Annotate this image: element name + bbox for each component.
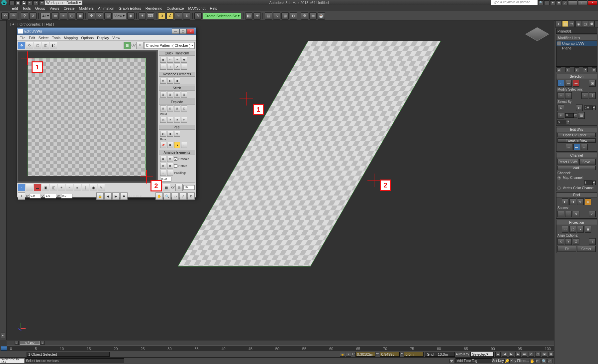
uvw-zoom-icon[interactable]: 🔍 <box>163 192 171 200</box>
fit-button[interactable]: Fit <box>557 246 576 252</box>
grow-sel-icon[interactable]: ＋ <box>557 92 564 99</box>
weld-sel-icon[interactable]: ✶ <box>167 117 173 123</box>
stitch-2-icon[interactable]: ▥ <box>167 92 173 98</box>
time-config-icon[interactable]: ⏱ <box>529 352 534 357</box>
stack-plane[interactable]: Plane <box>556 46 597 50</box>
schematic-view-icon[interactable]: ▦ <box>281 12 289 20</box>
uvw-menu-select[interactable]: Select <box>37 36 50 40</box>
z-coord[interactable]: 0.0m <box>404 352 424 357</box>
cmd-peel-reset-icon[interactable]: ↺ <box>577 198 584 205</box>
uvw-menu-tools[interactable]: Tools <box>50 36 62 40</box>
cmd-peel-mode-icon[interactable]: ◑ <box>569 198 576 205</box>
maxscript-mini-listener[interactable]: Welcome to MA <box>0 358 25 363</box>
sel-element-icon[interactable]: ▣ <box>589 80 596 87</box>
smgroup-icon[interactable]: ▦ <box>578 112 585 119</box>
menu-animation[interactable]: Animation <box>96 6 116 10</box>
uvw-menu-options[interactable]: Options <box>80 36 95 40</box>
proj-box-icon[interactable]: ▣ <box>585 226 591 233</box>
viewport-label[interactable]: [ + ] [ Orthographic ] [ Flat ] <box>10 22 54 26</box>
viewcube[interactable] <box>527 24 547 44</box>
align-z-button[interactable]: Z <box>573 238 579 245</box>
edit-uvws-window[interactable]: Edit UVWs — ▢ ✕ File Edit Select Tools M… <box>17 27 196 198</box>
weld-target-icon[interactable]: ◎ <box>160 117 166 123</box>
uvw-element-mode-icon[interactable]: ▣ <box>42 184 49 191</box>
orbit-view-icon[interactable]: ⟳ <box>536 359 541 363</box>
menu-modifiers[interactable]: Modifiers <box>77 6 95 10</box>
stitch-1-icon[interactable]: ▥ <box>160 92 166 98</box>
x-coord[interactable]: 0.30102m <box>355 352 375 357</box>
object-name-field[interactable]: Plane001 <box>556 29 597 34</box>
uvw-minimize-button[interactable]: — <box>172 29 179 34</box>
qt-align-h-icon[interactable]: ↔ <box>160 64 166 70</box>
exchange-icon[interactable]: ✦ <box>550 0 555 5</box>
help-search-input[interactable]: Type a keyword or phrase <box>491 0 538 5</box>
redo-icon[interactable]: ↷ <box>33 0 39 5</box>
ignore-backfacing-icon[interactable]: ◐ <box>576 105 583 111</box>
viewport-all-icon[interactable]: ▦ <box>548 352 554 357</box>
seam-expand-icon[interactable]: ⤢ <box>589 211 596 217</box>
abs-rel-icon[interactable]: ⌖ <box>346 352 351 357</box>
unlink-icon[interactable]: ⊘ <box>29 12 37 20</box>
restore-button[interactable]: ▢ <box>578 0 587 5</box>
uvw-snap-icon[interactable]: ✱ <box>120 192 128 200</box>
loop-sel-icon[interactable]: ≡ <box>581 92 588 99</box>
window-crossing-icon[interactable]: ▣ <box>76 12 84 20</box>
menu-create[interactable]: Create <box>62 6 76 10</box>
select-rect-icon[interactable]: ▢ <box>68 12 75 20</box>
snap-toggle-icon[interactable]: 3 <box>158 12 165 20</box>
pack-custom-icon[interactable]: ▧ <box>167 156 173 162</box>
time-slider-track[interactable]: ◂ 0 / 100 ▸ <box>7 340 554 345</box>
matid-spinner[interactable]: 0 <box>565 113 574 118</box>
menu-tools[interactable]: Tools <box>21 6 33 10</box>
explode-2-icon[interactable]: ⊟ <box>167 106 173 111</box>
undo-icon[interactable]: ↶ <box>27 0 33 5</box>
open-icon[interactable]: ▣ <box>15 0 21 5</box>
padding-spinner[interactable]: 0.02 <box>160 177 171 182</box>
uvw-viewport[interactable]: 1 2 <box>18 51 156 182</box>
show-end-result-icon[interactable]: ‖ <box>565 67 570 72</box>
cmd-pelt-icon[interactable]: ▦ <box>585 198 591 205</box>
quick-planar-x-icon[interactable]: ▭ <box>581 144 588 150</box>
open-uv-editor-button[interactable]: Open UV Editor ... <box>557 133 596 137</box>
uvw-texture-combo[interactable]: CheckerPattern ( Checker ) ▾ <box>144 42 195 49</box>
menu-help[interactable]: Help <box>208 6 219 10</box>
mirror-icon[interactable]: ▮▯ <box>245 12 252 20</box>
rollout-peel[interactable]: Peel <box>159 125 195 130</box>
key-mode-combo[interactable]: Selected ▾ <box>470 352 494 357</box>
app-icon[interactable]: G <box>1 0 7 5</box>
sel-edge-icon[interactable]: — <box>565 80 572 87</box>
lock-selection-icon[interactable]: 🔒 <box>340 352 345 357</box>
goto-end-icon[interactable]: ⏭ <box>522 352 527 357</box>
menu-maxscript[interactable]: MAXScript <box>187 6 207 10</box>
viewport-max-icon[interactable]: ▣ <box>542 352 547 357</box>
menu-group[interactable]: Group <box>34 6 47 10</box>
track-bar-toggle[interactable]: ▸ <box>1 332 5 338</box>
time-slider[interactable]: 0 / 100 <box>20 341 40 345</box>
uvw-ids-combo[interactable]: All IDs ▾ <box>128 194 155 198</box>
proj-spherical-icon[interactable]: ● <box>577 226 584 233</box>
pan-view-icon[interactable]: ✋ <box>530 359 535 363</box>
rotate-checkbox[interactable] <box>174 164 177 168</box>
seam-convert-icon[interactable]: ↯ <box>573 211 579 217</box>
time-ruler[interactable]: 0 5 10 15 20 25 30 35 40 45 50 55 60 65 … <box>7 345 554 351</box>
subscription-icon[interactable]: ⬚ <box>544 0 549 5</box>
uvw-lock-icon[interactable]: 🔒 <box>96 192 104 200</box>
quick-planar-active-icon[interactable]: ▬ <box>573 144 580 150</box>
qt-linear-icon[interactable]: — <box>181 64 187 70</box>
edit-uvws-titlebar[interactable]: Edit UVWs — ▢ ✕ <box>17 28 196 35</box>
reshape-straighten-icon[interactable]: ▤ <box>160 78 166 84</box>
vertex-color-radio[interactable] <box>557 186 561 190</box>
manipulate-icon[interactable]: ✦ <box>139 12 146 20</box>
planar-angle-icon[interactable]: ∠ <box>557 105 564 111</box>
qt-flip-icon[interactable]: ⇋ <box>181 57 187 63</box>
rollout-cmd-peel-head[interactable]: Peel <box>556 192 597 197</box>
tab-modify-icon[interactable]: ▤ <box>562 21 568 27</box>
help-icon[interactable]: ? <box>562 0 567 5</box>
peel-reset-icon[interactable]: ↺ <box>174 131 180 137</box>
save-icon[interactable]: 💾 <box>21 0 27 5</box>
pin-select-icon[interactable]: ▭ <box>181 142 187 148</box>
selection-filter[interactable]: All ▾ <box>41 13 50 19</box>
modifier-stack[interactable]: Unwrap UVW Plane <box>556 41 597 67</box>
max-viewport-icon[interactable]: ⤢ <box>548 359 553 363</box>
menu-edit[interactable]: Edit <box>10 6 20 10</box>
